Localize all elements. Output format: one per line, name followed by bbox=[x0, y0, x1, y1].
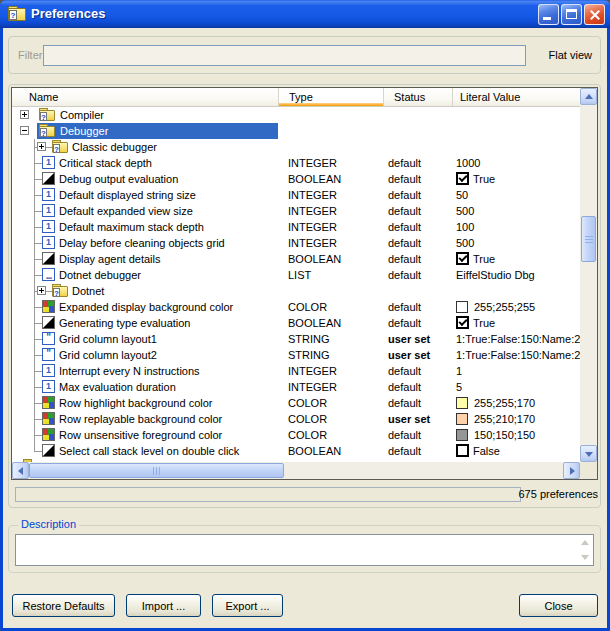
pref-value bbox=[452, 283, 580, 299]
arrow-up-icon bbox=[585, 94, 593, 99]
minimize-button[interactable] bbox=[538, 4, 559, 25]
pref-row[interactable]: Row highlight background colorCOLORdefau… bbox=[12, 395, 580, 411]
pref-type: COLOR bbox=[278, 395, 383, 411]
pref-row[interactable]: 1Critical stack depthINTEGERdefault1000 bbox=[12, 155, 580, 171]
pref-row[interactable]: Row replayable background colorCOLORuser… bbox=[12, 411, 580, 427]
export-button[interactable]: Export ... bbox=[212, 594, 283, 617]
pref-row[interactable]: 1Delay before cleaning objects gridINTEG… bbox=[12, 235, 580, 251]
preferences-window: ? Preferences Filter: Flat view NameType… bbox=[0, 0, 610, 631]
close-window-button[interactable] bbox=[584, 4, 605, 25]
description-group: Description bbox=[8, 525, 601, 573]
value-text: 1:True:False:150:Name:2: bbox=[456, 333, 580, 345]
pref-row[interactable]: ?Compiler bbox=[12, 107, 580, 123]
pref-type bbox=[278, 283, 383, 299]
vertical-scroll-thumb[interactable] bbox=[581, 216, 596, 262]
pref-row[interactable]: ?Dotnet bbox=[12, 283, 580, 299]
pref-value bbox=[452, 107, 580, 123]
boolean-icon bbox=[42, 252, 55, 265]
color-swatch bbox=[456, 413, 468, 425]
column-header-literal-value[interactable]: Literal Value bbox=[452, 88, 580, 106]
pref-type: BOOLEAN bbox=[278, 443, 383, 459]
pref-row[interactable]: "Grid column layout2STRINGuser set1:True… bbox=[12, 347, 580, 363]
pref-value: 500 bbox=[452, 235, 580, 251]
restore-defaults-button[interactable]: Restore Defaults bbox=[12, 594, 115, 617]
pref-name-label: Generating type evaluation bbox=[59, 315, 190, 331]
scroll-right-button[interactable] bbox=[563, 462, 580, 479]
pref-row[interactable]: "Grid column layout1STRINGuser set1:True… bbox=[12, 331, 580, 347]
color-icon bbox=[42, 412, 55, 425]
value-checkbox[interactable] bbox=[456, 252, 469, 265]
pref-row[interactable]: ?Debugger bbox=[12, 123, 580, 139]
pref-name-label: Default maximum stack depth bbox=[59, 219, 204, 235]
pref-row[interactable]: Generating type evaluationBOOLEANdefault… bbox=[12, 315, 580, 331]
pref-name-label: Grid column layout1 bbox=[59, 331, 157, 347]
value-checkbox[interactable] bbox=[456, 172, 469, 185]
value-text: 255;210;170 bbox=[474, 413, 535, 425]
value-text: True bbox=[473, 173, 495, 185]
color-swatch bbox=[456, 397, 468, 409]
pref-type bbox=[278, 107, 383, 123]
pref-row[interactable]: Row unsensitive foreground colorCOLORdef… bbox=[12, 427, 580, 443]
pref-status: default bbox=[383, 251, 452, 267]
pref-status: default bbox=[383, 395, 452, 411]
value-checkbox[interactable] bbox=[456, 316, 469, 329]
filter-input[interactable] bbox=[43, 45, 526, 66]
pref-status: default bbox=[383, 427, 452, 443]
value-text: True bbox=[473, 253, 495, 265]
value-text: 5 bbox=[456, 381, 462, 393]
pref-status: default bbox=[383, 155, 452, 171]
flat-view-button[interactable]: Flat view bbox=[549, 49, 592, 61]
import-button[interactable]: Import ... bbox=[126, 594, 201, 617]
pref-type: BOOLEAN bbox=[278, 171, 383, 187]
description-textarea[interactable] bbox=[15, 534, 594, 566]
column-header-name[interactable]: Name bbox=[12, 88, 278, 106]
pref-row[interactable]: 1Interrupt every N instructionsINTEGERde… bbox=[12, 363, 580, 379]
tree-line bbox=[34, 443, 35, 451]
pref-row[interactable]: Expanded display background colorCOLORde… bbox=[12, 299, 580, 315]
scroll-up-button[interactable] bbox=[580, 88, 597, 105]
textarea-scroll-down-icon bbox=[581, 555, 589, 560]
expander-minus-icon[interactable] bbox=[20, 126, 29, 135]
pref-row[interactable]: Debug output evaluationBOOLEANdefaultTru… bbox=[12, 171, 580, 187]
pref-value: True bbox=[452, 171, 580, 187]
column-header-status[interactable]: Status bbox=[383, 88, 452, 106]
scroll-down-button[interactable] bbox=[580, 445, 597, 462]
color-icon bbox=[42, 300, 55, 313]
pref-row[interactable]: Select call stack level on double clickB… bbox=[12, 443, 580, 459]
pref-name-label: Display agent details bbox=[59, 251, 161, 267]
expander-plus-icon[interactable] bbox=[37, 142, 46, 151]
expander-plus-icon[interactable] bbox=[20, 110, 29, 119]
horizontal-scrollbar[interactable] bbox=[12, 462, 580, 479]
close-button[interactable]: Close bbox=[519, 594, 598, 617]
pref-row[interactable]: 1Default displayed string sizeINTEGERdef… bbox=[12, 187, 580, 203]
pref-name-label: Max evaluation duration bbox=[59, 379, 176, 395]
expander-plus-icon[interactable] bbox=[37, 286, 46, 295]
pref-value: 255;210;170 bbox=[452, 411, 580, 427]
vertical-scrollbar[interactable] bbox=[580, 88, 597, 462]
grid-rows: ?Compiler?Debugger?Classic debugger1Crit… bbox=[12, 107, 580, 462]
string-icon: " bbox=[42, 348, 55, 361]
value-text: 50 bbox=[456, 189, 468, 201]
pref-value: 5 bbox=[452, 379, 580, 395]
pref-name-label: Row replayable background color bbox=[59, 411, 222, 427]
pref-type: INTEGER bbox=[278, 203, 383, 219]
value-checkbox[interactable] bbox=[456, 444, 469, 457]
pref-status bbox=[383, 139, 452, 155]
maximize-button[interactable] bbox=[561, 4, 582, 25]
pref-status: default bbox=[383, 315, 452, 331]
column-header-type[interactable]: Type bbox=[278, 88, 383, 106]
folder-icon: ? bbox=[39, 108, 55, 121]
pref-row[interactable]: 1Default expanded view sizeINTEGERdefaul… bbox=[12, 203, 580, 219]
title-bar[interactable]: ? Preferences bbox=[0, 0, 610, 28]
pref-row[interactable]: ...Dotnet debuggerLISTdefaultEiffelStudi… bbox=[12, 267, 580, 283]
pref-row[interactable]: 1Default maximum stack depthINTEGERdefau… bbox=[12, 219, 580, 235]
horizontal-scroll-thumb[interactable] bbox=[29, 463, 284, 478]
pref-row[interactable]: Display agent detailsBOOLEANdefaultTrue bbox=[12, 251, 580, 267]
pref-row[interactable]: ?Classic debugger bbox=[12, 139, 580, 155]
color-swatch bbox=[456, 429, 468, 441]
pref-type bbox=[278, 123, 383, 139]
pref-value: 1000 bbox=[452, 155, 580, 171]
integer-icon: 1 bbox=[42, 364, 55, 377]
scroll-left-button[interactable] bbox=[12, 462, 29, 479]
pref-row[interactable]: 1Max evaluation durationINTEGERdefault5 bbox=[12, 379, 580, 395]
